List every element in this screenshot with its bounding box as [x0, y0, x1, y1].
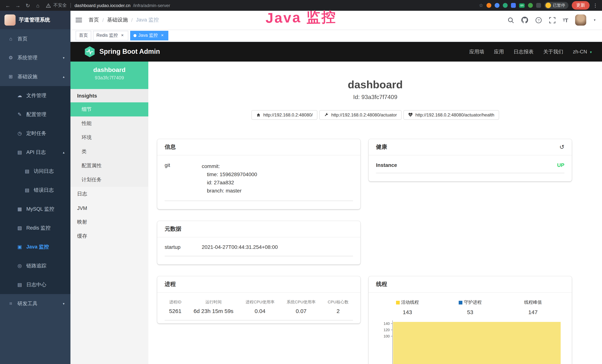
extension-icon-1[interactable]	[486, 3, 491, 8]
sba-item-caches[interactable]: 缓存	[70, 229, 148, 243]
sidebar-item-infrastructure[interactable]: ⊞ 基础设施 ▴	[0, 67, 70, 86]
sba-nav-applications[interactable]: 应用	[494, 48, 504, 55]
user-avatar[interactable]	[575, 14, 586, 26]
history-icon[interactable]: ↺	[559, 143, 564, 150]
avatar-caret-icon[interactable]: ▾	[594, 18, 595, 22]
sidebar-item-log-center[interactable]: ▤ 日志中心	[0, 275, 70, 294]
eye-icon: ◎	[16, 263, 24, 268]
font-size-icon[interactable]: TT	[563, 17, 568, 23]
sba-content: dashboard Id: 93a3fc7f7409 http://192.16…	[148, 62, 602, 364]
sba-item-scheduled[interactable]: 计划任务	[70, 173, 148, 187]
sidebar-item-config-mgmt[interactable]: ✎ 配置管理	[0, 105, 70, 124]
sba-item-performance[interactable]: 性能	[70, 117, 148, 130]
sidebar-item-mysql-monitor[interactable]: ▦ MySQL 监控	[0, 200, 70, 218]
health-instance-label: Instance	[376, 162, 397, 168]
metadata-value: 2021-04-27T00:44:31.254+08:00	[202, 244, 278, 250]
sba-nav: 应用墙 应用 日志报表 关于我们 zh-CN ▾	[469, 48, 592, 55]
github-icon[interactable]	[521, 17, 528, 23]
tag-home[interactable]: 首页	[76, 31, 91, 40]
breadcrumb-infrastructure[interactable]: 基础设施	[107, 17, 128, 23]
threads-legend: 活动线程 143 守护进程 53	[376, 299, 564, 315]
forward-button[interactable]: →	[14, 2, 21, 8]
browser-toolbar: ← → ↻ ⌂ 不安全 dashboard.yudao.iocoder.cn/i…	[0, 0, 602, 11]
sba-root-items: 日志 JVM 映射 缓存	[70, 187, 148, 243]
link-actuator-url[interactable]: http://192.168.0.2:48080/actuator	[320, 110, 402, 120]
close-icon[interactable]: ×	[120, 33, 125, 38]
daemon-threads-swatch	[459, 300, 462, 304]
health-card-title: 健康	[376, 143, 387, 150]
sba-item-details[interactable]: 细节	[70, 102, 148, 117]
extension-on-badge[interactable]: on	[519, 3, 525, 8]
extension-puzzle-icon[interactable]	[536, 3, 541, 8]
sba-nav-journal[interactable]: 日志报表	[514, 48, 534, 55]
sidebar-item-system-mgmt[interactable]: ⚙ 系统管理 ▾	[0, 48, 70, 67]
chevron-down-icon: ▾	[63, 56, 64, 60]
help-icon[interactable]: ?	[535, 17, 542, 23]
health-card: 健康 ↺ Instance UP	[369, 139, 572, 181]
link-health-url[interactable]: http://192.168.0.2:48080/actuator/health	[403, 110, 499, 120]
sidebar-item-dev-tools[interactable]: ⌗ 研发工具 ▾	[0, 294, 70, 313]
tag-redis-monitor[interactable]: Redis 监控 ×	[93, 31, 128, 40]
sba-header: Spring Boot Admin 应用墙 应用 日志报表 关于我们 zh-CN…	[70, 42, 602, 62]
fullscreen-icon[interactable]	[549, 17, 555, 23]
app-logo-row[interactable]: 芋道管理系统	[0, 11, 70, 29]
browser-home-button[interactable]: ⌂	[34, 2, 41, 8]
database-icon: ▦	[16, 206, 24, 212]
cards-grid: 信息 git commit: time: 1596289704000 id: 2…	[148, 139, 602, 364]
instance-header[interactable]: dashboard 93a3fc7f7409	[70, 62, 148, 89]
status-badge: UP	[557, 162, 564, 168]
link-service-url[interactable]: http://192.168.0.2:48080/	[251, 110, 318, 120]
sba-brand[interactable]: Spring Boot Admin	[85, 46, 160, 57]
sba-item-environment[interactable]: 环境	[70, 130, 148, 145]
threads-chart-plot	[392, 321, 561, 364]
sidebar-item-access-logs[interactable]: ▤ 访问日志	[0, 162, 70, 181]
sba-item-mappings[interactable]: 映射	[70, 215, 148, 229]
insights-submenu: 细节 性能 环境 类 配置属性 计划任务	[70, 102, 148, 187]
wrench-icon	[324, 113, 329, 117]
sidebar-item-home[interactable]: ⌂ 首页	[0, 29, 70, 48]
sidebar-item-file-mgmt[interactable]: ☁ 文件管理	[0, 86, 70, 105]
sba-item-logs[interactable]: 日志	[70, 187, 148, 201]
infrastructure-icon: ⊞	[7, 74, 15, 79]
profile-paused-badge[interactable]: 已暂停	[544, 2, 569, 9]
sidebar-item-redis-monitor[interactable]: ▧ Redis 监控	[0, 218, 70, 237]
back-button[interactable]: ←	[4, 2, 11, 8]
search-icon[interactable]	[507, 17, 514, 23]
sba-item-config-props[interactable]: 配置属性	[70, 159, 148, 173]
live-threads-area	[393, 322, 561, 364]
browser-menu-icon[interactable]: ⋮	[593, 3, 598, 8]
sidebar-item-api-logs[interactable]: ▤ API 日志 ▴	[0, 143, 70, 162]
info-key: git	[165, 162, 202, 195]
sba-item-classes[interactable]: 类	[70, 145, 148, 159]
tag-java-monitor[interactable]: Java 监控 ×	[130, 31, 168, 40]
extension-icon-3[interactable]	[503, 3, 508, 8]
extension-icon-5[interactable]	[528, 3, 533, 8]
address-bar[interactable]: 不安全 dashboard.yudao.iocoder.cn/infra/adm…	[46, 2, 170, 9]
metadata-card: 元数据 startup 2021-04-27T00:44:31.254+08:0…	[157, 221, 360, 264]
sba-logo-icon	[85, 46, 95, 57]
sba-nav-wallboard[interactable]: 应用墙	[469, 48, 484, 55]
process-metrics-row: 进程ID 5261 运行时间 6d 23h 15m 59s 进程CPU使用率 0…	[165, 299, 353, 321]
breadcrumb-home[interactable]: 首页	[89, 17, 99, 23]
sidebar-item-scheduled-tasks[interactable]: ◷ 定时任务	[0, 124, 70, 143]
sba-nav-about[interactable]: 关于我们	[543, 48, 563, 55]
bookmark-star-icon[interactable]: ☆	[479, 3, 483, 8]
hamburger-icon[interactable]	[76, 18, 82, 22]
reload-button[interactable]: ↻	[24, 2, 31, 8]
doc-icon: ▤	[23, 168, 31, 174]
metadata-startup-row: startup 2021-04-27T00:44:31.254+08:00	[165, 244, 353, 256]
chrome-update-button[interactable]: 更新	[572, 1, 590, 10]
sba-locale-select[interactable]: zh-CN ▾	[573, 49, 592, 54]
sidebar-item-trace[interactable]: ◎ 链路追踪	[0, 256, 70, 275]
sidebar-item-java-monitor[interactable]: ▣ Java 监控	[0, 237, 70, 256]
doc-icon: ▤	[16, 282, 24, 288]
active-tab-dot	[133, 34, 137, 37]
sba-section-insights[interactable]: Insights	[70, 89, 148, 102]
instance-links: http://192.168.0.2:48080/ http://192.168…	[148, 110, 602, 120]
close-icon[interactable]: ×	[160, 33, 165, 38]
extension-icon-4[interactable]	[511, 3, 516, 8]
process-card-title: 进程	[165, 281, 176, 288]
sba-item-jvm[interactable]: JVM	[70, 201, 148, 215]
sidebar-item-error-logs[interactable]: ▤ 错误日志	[0, 181, 70, 200]
extension-icon-2[interactable]	[495, 3, 499, 8]
